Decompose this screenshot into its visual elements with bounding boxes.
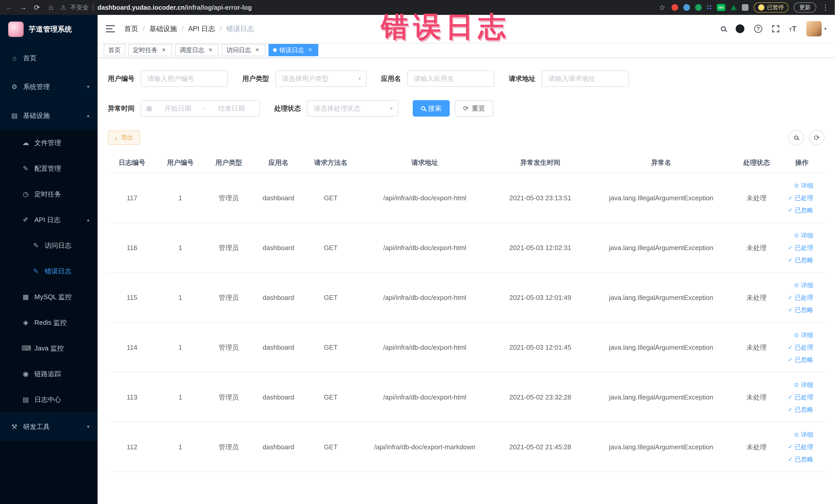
detail-link[interactable]: ⊙详细 [781, 329, 813, 341]
ignored-link[interactable]: ✓已忽略 [781, 453, 813, 465]
processed-link[interactable]: ✓已处理 [781, 242, 813, 254]
close-icon[interactable] [160, 46, 167, 54]
processed-link[interactable]: ✓已处理 [781, 291, 813, 304]
col-exception-name: 异常名 [589, 153, 734, 173]
processed-link-label: 已处理 [795, 343, 813, 351]
cell-method: GET [304, 173, 358, 223]
fullscreen-icon[interactable] [772, 25, 779, 32]
sidebar-item-dev-tools[interactable]: ⚒ 研发工具 ▾ [0, 412, 98, 441]
processed-link[interactable]: ✓已处理 [781, 441, 813, 453]
breadcrumb-infrastructure[interactable]: 基础设施 [149, 24, 188, 33]
refresh-table-button[interactable]: ⟳ [809, 130, 824, 145]
detail-link[interactable]: ⊙详细 [781, 229, 813, 242]
tab-error-log[interactable]: 错误日志 [268, 44, 318, 56]
sidebar-item-file-management[interactable]: ☁ 文件管理 [0, 130, 98, 156]
tab-scheduled-tasks[interactable]: 定时任务 [128, 44, 172, 56]
github-icon[interactable] [736, 24, 745, 33]
refresh-icon: ⟳ [814, 134, 820, 142]
sidebar-item-redis-monitor[interactable]: ◈ Redis 监控 [0, 310, 98, 335]
close-icon[interactable] [253, 46, 261, 54]
detail-link[interactable]: ⊙详细 [781, 279, 813, 291]
extension-grid-icon[interactable]: ∷ [707, 4, 712, 11]
address-divider [93, 4, 94, 11]
help-icon[interactable]: ? [754, 25, 762, 33]
extension-red-icon[interactable] [672, 4, 678, 11]
eye-icon: ◉ [22, 370, 30, 378]
forward-icon[interactable]: → [19, 3, 27, 12]
sidebar-item-config-management[interactable]: ✎ 配置管理 [0, 156, 98, 181]
sidebar-item-api-log[interactable]: ✐ API 日志 ▴ [0, 207, 98, 233]
process-status-select[interactable]: 请选择处理状态 ▾ [307, 100, 399, 117]
extension-tree-icon[interactable] [731, 5, 737, 10]
reload-icon[interactable]: ⟳ [33, 3, 41, 12]
app-logo-row[interactable]: 芋道管理系统 [0, 15, 98, 44]
sidebar-item-label: 访问日志 [45, 241, 89, 250]
detail-link[interactable]: ⊙详细 [781, 379, 813, 391]
detail-link[interactable]: ⊙详细 [781, 428, 813, 441]
sidebar-item-java-monitor[interactable]: ⌨ Java 监控 [0, 335, 98, 361]
ignored-link[interactable]: ✓已忽略 [781, 204, 813, 217]
breadcrumb-home[interactable]: 首页 [124, 24, 149, 33]
sidebar-item-mysql-monitor[interactable]: ▦ MySQL 监控 [0, 284, 98, 310]
tab-schedule-log[interactable]: 调度日志 [175, 44, 219, 56]
detail-link[interactable]: ⊙详细 [781, 180, 813, 192]
sidebar-item-error-log[interactable]: ✎ 错误日志 [0, 258, 98, 284]
extension-on-icon[interactable]: on [717, 4, 726, 11]
extension-green-icon[interactable] [695, 4, 702, 11]
tab-access-log[interactable]: 访问日志 [222, 44, 265, 56]
sidebar-item-access-log[interactable]: ✎ 访问日志 [0, 233, 98, 258]
user-type-select[interactable]: 请选择用户类型 ▾ [275, 70, 367, 87]
cell-status: 未处理 [734, 372, 779, 422]
reset-button[interactable]: ⟳ 重置 [455, 100, 493, 117]
user-avatar[interactable]: ▾ [806, 21, 827, 37]
cell-log-id: 113 [108, 372, 156, 422]
font-size-icon[interactable]: TT [789, 25, 796, 33]
log-icon: ✐ [22, 216, 30, 224]
cell-exception-time: 2021-05-03 23:13:51 [492, 173, 589, 223]
reset-button-label: 重置 [472, 104, 485, 113]
processed-link[interactable]: ✓已处理 [781, 391, 813, 403]
sidebar-item-infrastructure[interactable]: ▤ 基础设施 ▴ [0, 101, 98, 130]
breadcrumb-api-log[interactable]: API 日志 [188, 24, 226, 33]
close-icon[interactable] [207, 46, 214, 54]
sidebar-item-label: Redis 监控 [34, 318, 89, 327]
processed-link[interactable]: ✓已处理 [781, 192, 813, 204]
ignored-link[interactable]: ✓已忽略 [781, 254, 813, 266]
bookmark-star-icon[interactable]: ☆ [658, 3, 666, 12]
sidebar-item-label: Java 监控 [34, 344, 89, 353]
user-id-input[interactable] [141, 70, 228, 87]
cell-exception-time: 2021-05-02 23:32:28 [492, 372, 589, 422]
extension-puzzle-icon[interactable] [742, 4, 749, 11]
back-icon[interactable]: ← [5, 3, 13, 12]
browser-menu-icon[interactable]: ⋮ [821, 3, 830, 12]
extension-blue-icon[interactable] [683, 4, 690, 11]
close-icon[interactable] [306, 46, 314, 54]
search-button[interactable]: 搜索 [413, 100, 450, 117]
collapse-sidebar-icon[interactable] [106, 25, 115, 32]
processed-link[interactable]: ✓已处理 [781, 341, 813, 354]
app-name-input[interactable] [407, 70, 494, 87]
exception-time-range[interactable]: ▦ 开始日期 - 结束日期 [141, 100, 260, 117]
cell-exception-name: java.lang.IllegalArgumentException [589, 422, 734, 472]
sidebar-item-system-management[interactable]: ⚙ 系统管理 ▾ [0, 73, 98, 101]
ignored-link[interactable]: ✓已忽略 [781, 304, 813, 316]
tab-home[interactable]: 首页 [104, 44, 125, 56]
request-url-input[interactable] [542, 70, 629, 87]
sidebar-item-scheduled-tasks[interactable]: ◷ 定时任务 [0, 181, 98, 207]
update-button[interactable]: 更新 [794, 2, 816, 13]
toggle-search-button[interactable] [789, 130, 804, 145]
paused-badge[interactable]: 已暂停 [754, 2, 789, 13]
sidebar-item-log-center[interactable]: ▤ 日志中心 [0, 387, 98, 412]
ignored-link[interactable]: ✓已忽略 [781, 354, 813, 366]
search-icon[interactable] [721, 26, 726, 31]
address-bar[interactable]: ⚠ 不安全 dashboard.yudao.iocoder.cn/infra/l… [61, 3, 652, 12]
sidebar-item-home[interactable]: ⌂ 首页 [0, 44, 98, 73]
browser-home-icon[interactable]: ⌂ [47, 3, 55, 12]
sidebar-item-trace[interactable]: ◉ 链路追踪 [0, 361, 98, 387]
cell-app-name: dashboard [253, 322, 304, 372]
export-button[interactable]: ↓ 导出 [108, 130, 140, 145]
processed-link-label: 已处理 [795, 443, 813, 451]
cell-user-id: 1 [156, 422, 204, 472]
doc-icon: ✎ [32, 242, 40, 249]
ignored-link[interactable]: ✓已忽略 [781, 403, 813, 416]
